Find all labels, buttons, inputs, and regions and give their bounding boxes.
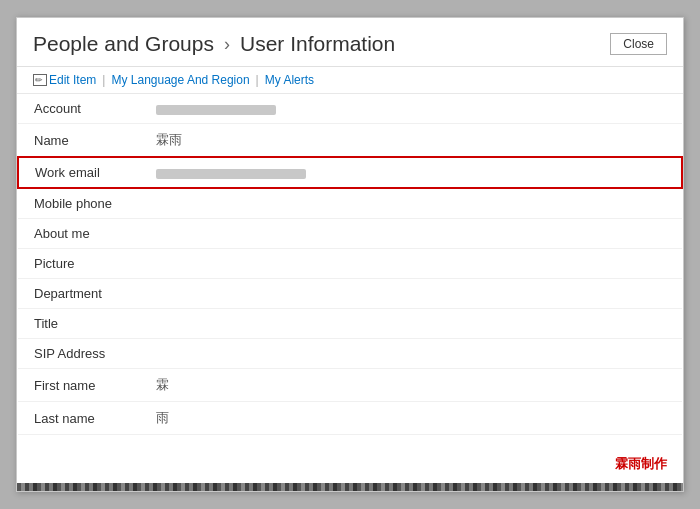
table-row: Title — [18, 309, 682, 339]
field-label: Work email — [18, 157, 148, 188]
field-label: Last name — [18, 402, 148, 435]
field-value — [148, 249, 682, 279]
field-value — [148, 219, 682, 249]
table-row: Work email — [18, 157, 682, 188]
title-separator: › — [224, 34, 230, 55]
title-part1: People and Groups — [33, 32, 214, 56]
field-label: Account — [18, 94, 148, 124]
divider-1: | — [102, 73, 105, 87]
field-label: Title — [18, 309, 148, 339]
content-area: AccountName霖雨Work emailMobile phoneAbout… — [17, 94, 683, 483]
table-row: Department — [18, 279, 682, 309]
field-value — [148, 94, 682, 124]
edit-icon — [33, 74, 47, 86]
field-label: Picture — [18, 249, 148, 279]
field-value: 霖雨 — [148, 124, 682, 158]
divider-2: | — [256, 73, 259, 87]
field-label: First name — [18, 369, 148, 402]
field-value — [148, 339, 682, 369]
language-region-link[interactable]: My Language And Region — [111, 73, 249, 87]
table-row: Mobile phone — [18, 188, 682, 219]
toolbar: Edit Item | My Language And Region | My … — [17, 67, 683, 94]
field-label: Mobile phone — [18, 188, 148, 219]
title-part2: User Information — [240, 32, 395, 56]
title-bar: People and Groups › User Information Clo… — [17, 18, 683, 67]
table-row: About me — [18, 219, 682, 249]
watermark: 霖雨制作 — [615, 455, 667, 473]
table-row: First name霖 — [18, 369, 682, 402]
field-value — [148, 157, 682, 188]
main-window: People and Groups › User Information Clo… — [16, 17, 684, 492]
edit-item-link[interactable]: Edit Item — [49, 73, 96, 87]
field-label: SIP Address — [18, 339, 148, 369]
table-row: Name霖雨 — [18, 124, 682, 158]
close-button[interactable]: Close — [610, 33, 667, 55]
field-value: 雨 — [148, 402, 682, 435]
field-value — [148, 188, 682, 219]
field-value — [148, 309, 682, 339]
user-info-table: AccountName霖雨Work emailMobile phoneAbout… — [17, 94, 683, 435]
field-label: Department — [18, 279, 148, 309]
table-row: Picture — [18, 249, 682, 279]
field-label: About me — [18, 219, 148, 249]
table-row: Last name雨 — [18, 402, 682, 435]
bottom-bar — [17, 483, 683, 491]
table-row: Account — [18, 94, 682, 124]
table-row: SIP Address — [18, 339, 682, 369]
alerts-link[interactable]: My Alerts — [265, 73, 314, 87]
field-value: 霖 — [148, 369, 682, 402]
page-title: People and Groups › User Information — [33, 32, 395, 56]
field-value — [148, 279, 682, 309]
field-label: Name — [18, 124, 148, 158]
